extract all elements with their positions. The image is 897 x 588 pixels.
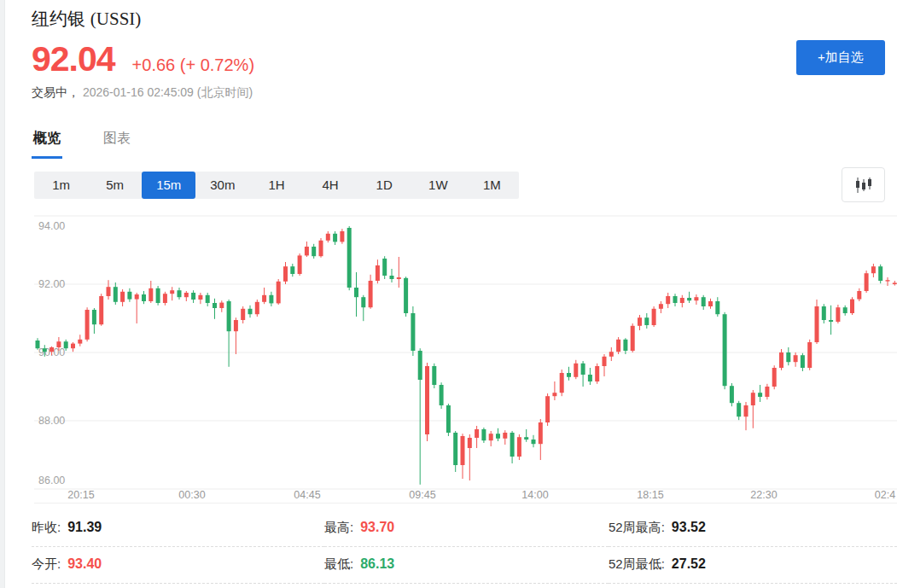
candle <box>453 431 457 472</box>
candle <box>163 292 167 306</box>
candle <box>552 381 556 400</box>
candle <box>631 323 635 352</box>
page-title: 纽约银 (USSI) <box>32 7 141 31</box>
timeframe-1h[interactable]: 1H <box>249 172 303 199</box>
candle <box>184 291 189 301</box>
candle <box>758 385 762 402</box>
stat-value: 93.52 <box>672 520 706 535</box>
trading-status-label: 交易中， <box>32 85 79 99</box>
candle <box>786 347 790 365</box>
candle <box>269 292 273 306</box>
timeframe-30m[interactable]: 30m <box>195 172 249 199</box>
stat-label: 52周最高: <box>609 520 665 536</box>
candle <box>574 360 578 379</box>
candlestick-icon <box>854 177 873 194</box>
candle <box>446 404 451 436</box>
timeframe-1w[interactable]: 1W <box>411 172 465 199</box>
candle <box>156 286 160 306</box>
view-tabs: 概览图表 <box>32 126 132 159</box>
timeframe-15m[interactable]: 15m <box>142 172 195 199</box>
candle <box>227 300 231 367</box>
stat-52周最高: 52周最高:93.52 <box>609 510 897 547</box>
candle <box>298 253 302 276</box>
candle <box>893 281 897 286</box>
stat-昨收: 昨收:91.39 <box>32 510 324 547</box>
candle <box>135 293 139 323</box>
candle <box>213 299 217 319</box>
candle <box>262 288 266 304</box>
candle <box>255 300 259 317</box>
candle <box>481 428 486 443</box>
candle <box>603 354 607 376</box>
add-watchlist-button[interactable]: +加自选 <box>796 40 885 75</box>
candle <box>687 292 691 303</box>
candle <box>312 244 316 259</box>
y-axis-tick: 88.00 <box>38 415 65 427</box>
candle <box>822 304 826 323</box>
candle <box>694 294 698 305</box>
candle <box>871 264 876 277</box>
candle <box>114 282 118 305</box>
candle <box>659 301 663 313</box>
candle <box>340 229 344 244</box>
candle <box>765 384 769 399</box>
candle <box>319 238 323 258</box>
x-axis-tick: 02:4 <box>875 489 895 501</box>
y-axis-tick: 86.00 <box>38 474 65 486</box>
y-axis-tick: 94.00 <box>38 220 65 232</box>
candle <box>581 361 585 387</box>
stat-label: 今开: <box>32 556 61 573</box>
timeframe-5m[interactable]: 5m <box>88 172 142 199</box>
candle <box>723 312 727 389</box>
timeframe-4h[interactable]: 4H <box>304 172 358 199</box>
candle <box>404 277 408 317</box>
candle <box>616 337 620 354</box>
candle <box>277 279 281 305</box>
candlestick-chart[interactable]: 94.0092.0090.0088.0086.0020:1500:3004:45… <box>34 207 897 504</box>
candle <box>595 364 599 384</box>
candle <box>715 297 719 317</box>
stat-今开: 今开:93.40 <box>32 547 324 584</box>
candlestick-series <box>36 226 897 485</box>
candle <box>85 307 90 341</box>
candle <box>376 259 380 283</box>
quote-page: 纽约银 (USSI) 92.04 +0.66 (+ 0.72%) 交易中， 20… <box>0 0 897 588</box>
candle <box>751 390 755 428</box>
stat-label: 52周最低: <box>609 556 665 573</box>
candle <box>425 363 429 441</box>
candle <box>234 317 238 354</box>
stat-value: 27.52 <box>672 556 706 572</box>
candle <box>92 308 96 334</box>
timeframe-1m[interactable]: 1m <box>34 172 88 199</box>
candle <box>397 257 401 288</box>
candle <box>333 231 337 245</box>
candle <box>440 382 444 409</box>
tab-chart[interactable]: 图表 <box>102 126 132 159</box>
stat-value: 93.70 <box>360 520 394 535</box>
price-row: 92.04 +0.66 (+ 0.72%) <box>32 39 254 79</box>
stat-label: 最低: <box>324 556 353 573</box>
chart-style-button[interactable] <box>842 167 885 202</box>
x-axis-tick: 14:00 <box>521 489 548 501</box>
x-axis-tick: 20:15 <box>67 489 94 501</box>
candlestick-chart-canvas[interactable]: 94.0092.0090.0088.0086.0020:1500:3004:45… <box>34 207 897 504</box>
candle <box>772 365 777 389</box>
quote-stats: 昨收:91.39最高:93.7052周最高:93.52今开:93.40最低:86… <box>32 510 897 584</box>
timeframe-1m[interactable]: 1M <box>465 172 519 199</box>
candle <box>198 293 202 304</box>
candle <box>510 431 515 463</box>
timeframe-1d[interactable]: 1D <box>358 172 411 199</box>
candle <box>206 293 210 306</box>
candle <box>545 393 550 426</box>
candle <box>369 275 373 309</box>
candle <box>865 271 869 293</box>
candle <box>801 353 805 371</box>
trading-status: 交易中， 2026-01-16 02:45:09 (北京时间) <box>32 85 253 101</box>
candle <box>737 401 741 420</box>
candle <box>241 306 245 323</box>
tab-overview[interactable]: 概览 <box>32 126 62 159</box>
candle <box>588 368 592 385</box>
candle <box>708 299 713 309</box>
candle <box>170 287 174 300</box>
instrument-code: (USSI) <box>90 9 142 29</box>
